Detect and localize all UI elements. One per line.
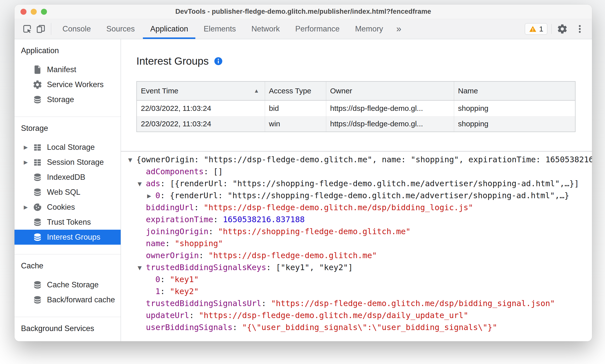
tree-line[interactable]: ▼{ownerOrigin: "https://dsp-fledge-demo.…	[121, 154, 592, 166]
zoom-window-button[interactable]	[41, 9, 47, 15]
tree-segment-plain: : {renderUrl: "https://shopping-fledge-d…	[160, 191, 569, 200]
sidebar-item-label: Session Storage	[47, 158, 104, 167]
tree-line[interactable]: biddingUrl: "https://dsp-fledge-demo.gli…	[121, 201, 592, 213]
sidebar-item-manifest[interactable]: Manifest	[14, 62, 121, 77]
sidebar-section-application: ApplicationManifestService WorkersStorag…	[14, 39, 121, 117]
sidebar-item-local-storage[interactable]: ▶Local Storage	[14, 140, 121, 155]
column-header-access-type[interactable]: Access Type	[265, 81, 326, 100]
sidebar-item-web-sql[interactable]: Web SQL	[14, 185, 121, 200]
more-tabs-button[interactable]: »	[391, 19, 407, 39]
sidebar-item-label: Storage	[47, 95, 74, 104]
tree-segment-key: 0	[155, 191, 160, 200]
tab-elements[interactable]: Elements	[196, 19, 244, 39]
column-header-owner[interactable]: Owner	[326, 81, 454, 100]
tree-line[interactable]: ▼trustedBiddingSignalsKeys: ["key1", "ke…	[121, 261, 592, 273]
window-title: DevTools - publisher-fledge-demo.glitch.…	[175, 8, 431, 15]
column-header-event-time[interactable]: Event Time▲	[137, 81, 265, 100]
tree-segment-string: "{\"user_bidding_signals\":\"user_biddin…	[242, 323, 497, 332]
toolbar-right: 1	[525, 19, 592, 39]
inspect-icon[interactable]	[20, 19, 34, 39]
expand-arrow-icon[interactable]: ▶	[24, 144, 32, 150]
tree-segment-string: "https://dsp-fledge-demo.glitch.me"	[208, 251, 377, 260]
info-icon[interactable]	[214, 56, 223, 66]
sidebar-item-cookies[interactable]: ▶Cookies	[14, 200, 121, 215]
tree-line[interactable]: ownerOrigin: "https://dsp-fledge-demo.gl…	[121, 249, 592, 261]
sidebar-item-label: Manifest	[47, 65, 76, 74]
toolbar-separator	[51, 23, 51, 35]
tab-sources[interactable]: Sources	[99, 19, 143, 39]
interest-groups-top: Interest Groups Event Time▲Access TypeOw…	[121, 39, 592, 152]
expand-arrow-icon[interactable]: ▶	[24, 204, 32, 210]
cell-name: shopping	[454, 100, 575, 116]
document-icon	[32, 65, 43, 75]
sidebar-item-indexeddb[interactable]: IndexedDB	[14, 170, 121, 185]
interest-groups-panel: Interest Groups Event Time▲Access TypeOw…	[121, 39, 592, 341]
sidebar-item-interest-groups[interactable]: Interest Groups	[14, 230, 121, 245]
tree-segment-number: 1650538216.837188	[223, 215, 305, 224]
interest-groups-table: Event Time▲Access TypeOwnerName 22/03/20…	[136, 81, 576, 132]
column-header-name[interactable]: Name	[454, 81, 575, 100]
tree-line[interactable]: userBiddingSignals: "{\"user_bidding_sig…	[121, 321, 592, 333]
sidebar-item-session-storage[interactable]: ▶Session Storage	[14, 155, 121, 170]
close-window-button[interactable]	[20, 9, 26, 15]
tree-segment-string: "https://dsp-fledge-demo.glitch.me/dsp/d…	[199, 311, 468, 320]
sidebar-item-back-forward-cache[interactable]: Back/forward cache	[14, 292, 121, 307]
sidebar-item-service-workers[interactable]: Service Workers	[14, 77, 121, 92]
collapse-arrow-icon[interactable]: ▼	[138, 178, 146, 190]
tree-segment-plain: : [{renderUrl: "https://shopping-fledge-…	[160, 179, 579, 188]
tree-line[interactable]: adComponents: []	[121, 166, 592, 178]
sort-asc-icon: ▲	[254, 88, 259, 94]
table-body: 22/03/2022, 11:03:24bidhttps://dsp-fledg…	[137, 100, 575, 132]
tree-line[interactable]: ▶0: {renderUrl: "https://shopping-fledge…	[121, 189, 592, 201]
database-icon	[32, 217, 43, 227]
issues-badge[interactable]: 1	[525, 23, 547, 35]
tree-line[interactable]: joiningOrigin: "https://shopping-fledge-…	[121, 225, 592, 237]
tree-line[interactable]: 0: "key1"	[121, 273, 592, 285]
device-toolbar-icon[interactable]	[34, 19, 47, 39]
database-icon	[32, 232, 43, 242]
cell-owner: https://dsp-fledge-demo.gl...	[326, 100, 454, 116]
gear-icon[interactable]	[556, 23, 569, 34]
tab-performance[interactable]: Performance	[288, 19, 347, 39]
table-row[interactable]: 22/03/2022, 11:03:24winhttps://dsp-fledg…	[137, 116, 575, 132]
sidebar-item-storage[interactable]: Storage	[14, 92, 121, 107]
tab-network[interactable]: Network	[244, 19, 288, 39]
traffic-lights	[20, 9, 47, 15]
tree-segment-key: adComponents	[146, 167, 204, 176]
tree-line[interactable]: expirationTime: 1650538216.837188	[121, 213, 592, 225]
tree-segment-key: expirationTime	[146, 215, 213, 224]
tree-segment-key: ownerOrigin	[146, 251, 199, 260]
sidebar-item-background-fetch[interactable]: Background Fetch	[14, 340, 121, 341]
table-row[interactable]: 22/03/2022, 11:03:24bidhttps://dsp-fledg…	[137, 100, 575, 116]
tab-application[interactable]: Application	[142, 19, 196, 39]
expand-arrow-icon[interactable]: ▶	[147, 190, 155, 202]
tab-console[interactable]: Console	[55, 19, 99, 39]
tree-segment-plain: : ["key1", "key2"]	[266, 263, 353, 272]
minimize-window-button[interactable]	[31, 9, 37, 15]
expand-arrow-icon[interactable]: ▶	[24, 159, 32, 165]
tree-line[interactable]: 1: "key2"	[121, 285, 592, 297]
tab-memory[interactable]: Memory	[347, 19, 391, 39]
issues-count: 1	[539, 25, 543, 33]
sidebar-item-trust-tokens[interactable]: Trust Tokens	[14, 215, 121, 230]
kebab-menu-icon[interactable]	[573, 23, 587, 34]
collapse-arrow-icon[interactable]: ▼	[128, 154, 136, 166]
tree-segment-key: biddingUrl	[146, 203, 194, 212]
database-icon	[32, 295, 43, 305]
sidebar-section-title: Application	[14, 45, 121, 55]
sidebar-item-label: Cache Storage	[47, 280, 99, 289]
tree-segment-key: trustedBiddingSignalsKeys	[146, 263, 266, 272]
cell-owner: https://dsp-fledge-demo.gl...	[326, 116, 454, 132]
tree-line[interactable]: trustedBiddingSignalsUrl: "https://dsp-f…	[121, 297, 592, 309]
toolbar-separator	[551, 24, 552, 34]
tree-line[interactable]: name: "shopping"	[121, 237, 592, 249]
tree-segment-plain: :	[213, 215, 223, 224]
devtools-toolbar: ConsoleSourcesApplicationElementsNetwork…	[14, 19, 592, 39]
sidebar-section-title: Storage	[14, 123, 121, 133]
tree-line[interactable]: updateUrl: "https://dsp-fledge-demo.glit…	[121, 309, 592, 321]
collapse-arrow-icon[interactable]: ▼	[138, 262, 146, 274]
sidebar-item-cache-storage[interactable]: Cache Storage	[14, 277, 121, 292]
tree-line[interactable]: ▼ads: [{renderUrl: "https://shopping-fle…	[121, 178, 592, 189]
sidebar-item-label: Local Storage	[47, 143, 95, 152]
tree-segment-plain: :	[160, 287, 170, 296]
